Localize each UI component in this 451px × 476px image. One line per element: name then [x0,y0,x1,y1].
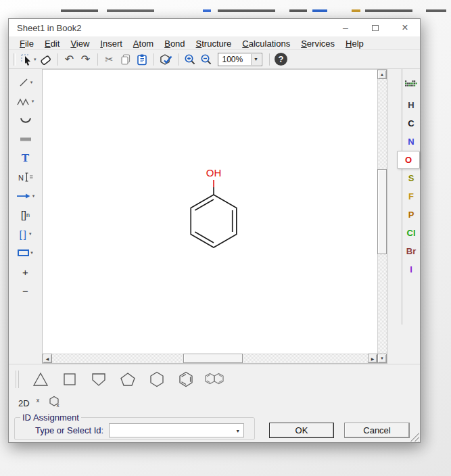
strip-fragment [289,9,307,12]
chain-tool[interactable]: ▾ [11,94,41,109]
undo-icon: ↶ [65,54,74,65]
element-C-button[interactable]: C [402,114,421,133]
menu-bond[interactable]: Bond [159,39,190,49]
titlebar[interactable]: Sheet1 in Book2 – × [9,19,420,37]
eraser-button[interactable] [38,51,54,68]
menu-services[interactable]: Services [295,39,340,49]
repeat-bracket-tool[interactable]: []n [11,208,41,222]
hashed-bond-tool[interactable] [11,132,41,147]
zoom-level-combobox[interactable]: 100% ▼ [218,53,262,66]
resize-grip[interactable] [409,431,419,442]
ok-button[interactable]: OK [269,423,334,438]
id-field-label: Type or Select Id: [35,425,103,435]
cut-button[interactable]: ✂ [101,51,118,68]
select-tool-button[interactable]: ▾ [19,51,38,68]
triangle-ring-icon [32,371,49,387]
bracket-icon: [] [20,229,28,240]
check-structure-button[interactable] [158,51,174,68]
id-combobox[interactable]: ▼ [109,423,244,437]
drawing-canvas[interactable]: OH ▲ ▼ ◀ ▶ [42,69,387,364]
element-Br-button[interactable]: Br [402,242,421,260]
element-I-button[interactable]: I [402,260,421,279]
element-S-button[interactable]: S [402,169,421,187]
plus-icon: + [22,266,28,278]
menu-file[interactable]: File [14,39,39,49]
charge-minus-tool[interactable]: − [11,283,41,298]
zoom-out-button[interactable] [198,51,214,68]
zoom-in-button[interactable] [182,51,198,68]
shape-triangle-button[interactable] [28,368,53,390]
undo-button[interactable]: ↶ [62,51,78,68]
redo-button[interactable]: ↷ [78,51,94,68]
hexagon-x-icon: x [49,396,61,408]
menu-calculations[interactable]: Calculations [237,39,295,49]
pentagon-down-icon [90,371,108,387]
text-tool[interactable]: T [11,151,41,166]
toolbar-grip[interactable] [16,371,19,388]
shape-benzene-button[interactable] [173,368,199,390]
scroll-down-button[interactable]: ▼ [377,354,387,363]
element-Cl-button[interactable]: Cl [402,224,421,242]
menu-view[interactable]: View [65,39,95,49]
molecule-phenol[interactable]: OH [166,159,261,267]
id-assignment-legend: ID Assignment [20,412,81,423]
element-H-button[interactable]: H [402,96,421,114]
arc-tool[interactable] [11,113,41,128]
scroll-right-button[interactable]: ▶ [368,354,377,363]
strip-fragment [426,9,446,12]
id-combobox-input[interactable] [110,425,230,437]
menu-insert[interactable]: Insert [95,39,128,49]
zoom-combo-dropdown-button[interactable]: ▼ [251,54,261,65]
cancel-button[interactable]: Cancel [344,423,410,438]
bond-tool[interactable]: ▾ [11,75,41,90]
paste-button[interactable] [134,51,150,68]
close-button[interactable]: × [390,19,420,37]
benzene-ring-icon [177,371,195,388]
toolbar-grip[interactable] [14,53,16,66]
vertical-scroll-thumb[interactable] [377,169,387,254]
help-icon: ? [275,53,287,66]
minimize-button[interactable]: – [331,19,360,37]
menu-edit[interactable]: Edit [39,39,65,49]
menubar: File Edit View Insert Atom Bond Structur… [9,37,420,50]
help-button[interactable]: ? [273,51,289,68]
copy-icon [120,53,132,66]
scroll-up-button[interactable]: ▲ [377,70,387,79]
maximize-button[interactable] [360,19,390,37]
bracket-n-sub: n [26,212,30,218]
desktop: Sheet1 in Book2 – × File Edit View Inser… [0,0,451,476]
shape-square-button[interactable] [57,368,82,390]
shape-house-pentagon-button[interactable] [86,368,112,390]
menu-structure[interactable]: Structure [191,39,237,49]
structure-editor-window: Sheet1 in Book2 – × File Edit View Inser… [8,18,421,443]
rectangle-tool[interactable]: ▾ [11,245,41,260]
shape-naphthalene-button[interactable] [202,368,228,390]
shape-hexagon-button[interactable] [144,368,170,390]
shape-pentagon-button[interactable] [115,368,141,390]
horizontal-scrollbar[interactable]: ◀ ▶ [43,354,377,363]
bracket-tool[interactable]: [] ▾ [11,227,41,241]
charge-plus-tool[interactable]: + [11,264,41,279]
reaction-arrow-tool[interactable]: ▾ [11,189,41,204]
element-O-button[interactable]: O [397,151,420,169]
menu-help[interactable]: Help [340,39,369,49]
chevron-down-icon: ▾ [32,99,34,104]
element-N-button[interactable]: N [402,133,421,151]
periodic-table-button[interactable] [405,78,418,91]
copy-button[interactable] [118,51,134,68]
status-sup-x[interactable]: x [37,397,40,404]
view-2d-button[interactable]: 2D [18,398,30,408]
chevron-down-icon[interactable]: ▼ [235,429,240,433]
square-ring-icon [62,371,78,387]
id-assignment-group: ID Assignment Type or Select Id: ▼ [14,412,255,440]
svg-text:OH: OH [206,167,222,178]
element-F-button[interactable]: F [402,187,421,206]
clean-structure-button[interactable]: x [49,396,61,410]
horizontal-scroll-thumb[interactable] [183,354,243,363]
element-P-button[interactable]: P [402,206,421,224]
atom-label-tool[interactable]: N [11,170,41,185]
chevron-down-icon: ▾ [34,57,37,62]
menu-atom[interactable]: Atom [128,39,159,49]
scroll-left-button[interactable]: ◀ [43,354,52,363]
vertical-scrollbar[interactable]: ▲ ▼ [377,70,387,363]
